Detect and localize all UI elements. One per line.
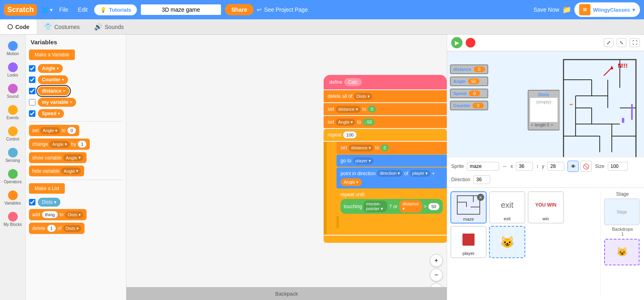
hide-sprite-button[interactable]: 🚫 (580, 161, 592, 172)
repeat-header[interactable]: repeat 100 (324, 129, 447, 141)
dists-checkbox[interactable] (29, 199, 35, 205)
inner-set-distance[interactable]: set distance ▾ to 0 (336, 142, 447, 154)
delete-val-input[interactable]: 1 (47, 225, 56, 232)
show-variable-block[interactable]: show variable Angle▾ (29, 152, 87, 163)
stop-button[interactable] (466, 38, 475, 48)
make-variable-button[interactable]: Make a Variable (29, 50, 75, 60)
tab-costumes[interactable]: 👕 Costumes (37, 19, 87, 34)
make-list-button[interactable]: Make a List (29, 183, 65, 194)
zoom-out-button[interactable]: − (430, 269, 443, 281)
speed-checkbox[interactable] (29, 110, 35, 117)
share-button[interactable]: Share (225, 4, 254, 15)
sprite-name-input[interactable] (467, 162, 499, 171)
file-menu[interactable]: File (56, 5, 72, 14)
set-block[interactable]: set Angle▾ to 0 (29, 125, 79, 136)
category-variables[interactable]: Variables (1, 188, 25, 208)
add-thing-input[interactable]: thing (42, 211, 58, 218)
show-sprite-button[interactable]: 👁 (568, 161, 579, 172)
zoom-in-button[interactable]: + (430, 254, 443, 267)
hide-variable-block[interactable]: hide variable Angle▾ (29, 166, 84, 176)
change-var-dropdown[interactable]: Angle▾ (50, 141, 69, 148)
categories-panel: Motion Looks Sound Events Control Sensin… (0, 35, 26, 300)
delete-block[interactable]: delete 1 of Dists▾ (29, 223, 85, 234)
sprite-thumb-player[interactable]: player (450, 226, 487, 258)
category-looks[interactable]: Looks (1, 60, 25, 80)
user-menu[interactable]: W WiingyClasses ▾ (574, 2, 640, 17)
delete-list-dropdown[interactable]: Dists▾ (63, 225, 81, 232)
distance-badge[interactable]: distance ▾ (38, 87, 69, 95)
globe-button[interactable]: 🌐 ▾ (42, 7, 53, 13)
save-button[interactable]: Save Now (534, 6, 559, 13)
angle-checkbox[interactable] (29, 65, 35, 72)
counter-checkbox[interactable] (29, 77, 35, 83)
divider-1 (29, 121, 123, 122)
set-var-dropdown[interactable]: Angle▾ (40, 127, 60, 134)
counter-badge[interactable]: Counter ▾ (38, 75, 68, 84)
edit-menu[interactable]: Edit (75, 5, 91, 14)
sprite-thumb-exit[interactable]: exit exit (489, 191, 525, 223)
sprite-size-input[interactable] (608, 162, 628, 171)
sprite-x-input[interactable] (516, 162, 533, 171)
add-block[interactable]: add thing to Dists▾ (29, 209, 87, 220)
sprite-y-input[interactable] (547, 162, 564, 171)
green-flag-button[interactable]: ▶ (451, 37, 462, 48)
tab-code[interactable]: ⬡ Code (0, 19, 37, 34)
maximize-button[interactable]: ⤡ (617, 38, 626, 47)
operators-label: Operators (4, 180, 21, 184)
category-control[interactable]: Control (1, 124, 25, 144)
hide-var-dropdown[interactable]: Angle▾ (61, 168, 81, 174)
var-row-speed: Speed ▾ (29, 109, 123, 118)
change-block[interactable]: change Angle▾ by 1 (29, 139, 90, 150)
add-backdrop-button[interactable]: 😺 (604, 239, 640, 265)
stage-panel: ▶ ⤢ ⤡ ⛶ distance 0 Angle 50 (447, 35, 644, 300)
distance-checkbox[interactable] (29, 88, 35, 94)
sprite-thumb-maze[interactable]: ✕ maze (450, 191, 487, 223)
change-val-input[interactable]: 1 (78, 141, 87, 148)
set-val-input[interactable]: 0 (67, 127, 76, 134)
script-area[interactable]: define Calc delete all of Dists ▾ set di… (126, 35, 447, 300)
tab-sounds[interactable]: 🔊 Sounds (87, 19, 131, 34)
sprite-direction-input[interactable] (473, 175, 490, 184)
category-sensing[interactable]: Sensing (1, 145, 25, 165)
point-direction-block[interactable]: point in direction direction ▾ of player… (336, 168, 447, 188)
category-sound[interactable]: Sound (1, 81, 25, 101)
show-var-dropdown[interactable]: Angle▾ (63, 154, 83, 161)
add-sprite-button[interactable]: 😺 (489, 226, 525, 258)
see-project-button[interactable]: ↩ See Project Page (257, 6, 308, 13)
divider-2 (29, 180, 123, 180)
control-dot (8, 126, 18, 136)
dists-badge[interactable]: Dists ▾ (38, 198, 60, 207)
folder-button[interactable]: 📁 (562, 5, 571, 14)
delete-maze-button[interactable]: ✕ (477, 194, 484, 201)
backpack-bar[interactable]: Backpack (126, 287, 447, 300)
category-motion[interactable]: Motion (1, 39, 25, 58)
category-events[interactable]: Events (1, 103, 25, 122)
avatar: W (579, 4, 590, 15)
delete-all-block[interactable]: delete all of Dists ▾ (324, 90, 447, 102)
events-dot (8, 105, 18, 115)
show-var-row: show variable Angle▾ (29, 152, 123, 163)
unmaximize-button[interactable]: ⤢ (604, 38, 613, 47)
set-distance-block[interactable]: set distance ▾ to 0 (324, 103, 447, 115)
block-stack-main: define Calc delete all of Dists ▾ set di… (324, 75, 447, 243)
change-block-row: change Angle▾ by 1 (29, 139, 123, 150)
angle-badge[interactable]: Angle ▾ (38, 64, 63, 73)
add-list-dropdown[interactable]: Dists▾ (65, 211, 83, 218)
speed-badge[interactable]: Speed ▾ (38, 109, 64, 118)
goto-block[interactable]: go to player ▾ (336, 155, 447, 167)
sprite-thumb-win[interactable]: YOU WIN win (528, 191, 564, 223)
category-operators[interactable]: Operators (1, 167, 25, 186)
set-angle-block[interactable]: set Angle ▾ to -50 (324, 116, 447, 128)
tutorials-button[interactable]: 💡 Tutorials (94, 4, 137, 15)
myvariable-checkbox[interactable] (29, 99, 35, 106)
define-block[interactable]: define Calc (324, 75, 447, 89)
list-monitor: Dists (empty) + length 0 = (528, 90, 560, 130)
repeat-until-header[interactable]: repeat until touching mouse-pointer ▾ ? … (336, 189, 447, 216)
fullscreen-button[interactable]: ⛶ (630, 38, 640, 47)
category-my-blocks[interactable]: My Blocks (1, 209, 25, 229)
repeat-body: set distance ▾ to 0 go to player ▾ poi (324, 142, 447, 235)
exit-preview: exit (501, 192, 513, 215)
project-title-input[interactable] (140, 4, 222, 16)
stage-thumbnail[interactable]: Stage (604, 199, 640, 225)
myvariable-badge[interactable]: my variable ▾ (38, 98, 76, 107)
